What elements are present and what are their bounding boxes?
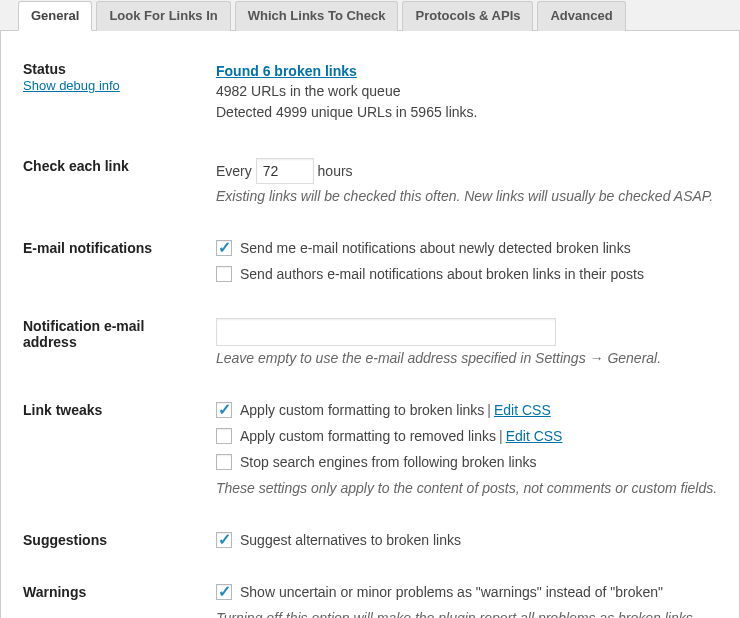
link-tweaks-heading: Link tweaks: [1, 384, 211, 514]
broken-format-label: Apply custom formatting to broken links: [240, 402, 484, 418]
check-each-heading: Check each link: [1, 140, 211, 222]
settings-tabs: General Look For Links In Which Links To…: [0, 0, 740, 30]
check-each-desc: Existing links will be checked this ofte…: [216, 188, 719, 204]
email-notif-heading: E-mail notifications: [1, 222, 211, 300]
check-each-suffix: hours: [318, 163, 353, 179]
tab-look-for-links[interactable]: Look For Links In: [96, 1, 230, 31]
tab-advanced[interactable]: Advanced: [537, 1, 625, 31]
warnings-heading: Warnings: [1, 566, 211, 618]
detected-count: Detected 4999 unique URLs in 5965 links.: [216, 104, 478, 120]
broken-links-link[interactable]: Found 6 broken links: [216, 63, 357, 79]
tab-which-links[interactable]: Which Links To Check: [235, 1, 399, 31]
notif-address-desc: Leave empty to use the e-mail address sp…: [216, 350, 719, 366]
tab-protocols-apis[interactable]: Protocols & APIs: [402, 1, 533, 31]
notify-authors-label: Send authors e-mail notifications about …: [240, 266, 644, 282]
separator: |: [487, 402, 491, 418]
warnings-desc: Turning off this option will make the pl…: [216, 610, 719, 618]
check-each-prefix: Every: [216, 163, 252, 179]
warnings-checkbox[interactable]: [216, 584, 232, 600]
status-heading: Status: [23, 61, 201, 77]
removed-format-label: Apply custom formatting to removed links: [240, 428, 496, 444]
settings-panel: Status Show debug info Found 6 broken li…: [0, 30, 740, 618]
notify-me-label: Send me e-mail notifications about newly…: [240, 240, 631, 256]
check-interval-input[interactable]: [256, 158, 314, 184]
nofollow-checkbox[interactable]: [216, 454, 232, 470]
notif-email-input[interactable]: [216, 318, 556, 346]
edit-css-removed-link[interactable]: Edit CSS: [506, 428, 563, 444]
nofollow-label: Stop search engines from following broke…: [240, 454, 537, 470]
notify-authors-checkbox[interactable]: [216, 266, 232, 282]
show-debug-link[interactable]: Show debug info: [23, 78, 120, 93]
suggest-alt-label: Suggest alternatives to broken links: [240, 532, 461, 548]
notify-me-checkbox[interactable]: [216, 240, 232, 256]
suggestions-heading: Suggestions: [1, 514, 211, 566]
broken-format-checkbox[interactable]: [216, 402, 232, 418]
removed-format-checkbox[interactable]: [216, 428, 232, 444]
warnings-label: Show uncertain or minor problems as "war…: [240, 584, 663, 600]
tab-general[interactable]: General: [18, 1, 92, 31]
queue-count: 4982 URLs in the work queue: [216, 83, 400, 99]
suggest-alt-checkbox[interactable]: [216, 532, 232, 548]
link-tweaks-desc: These settings only apply to the content…: [216, 480, 719, 496]
notif-address-heading: Notification e-mail address: [1, 300, 211, 384]
edit-css-broken-link[interactable]: Edit CSS: [494, 402, 551, 418]
separator: |: [499, 428, 503, 444]
